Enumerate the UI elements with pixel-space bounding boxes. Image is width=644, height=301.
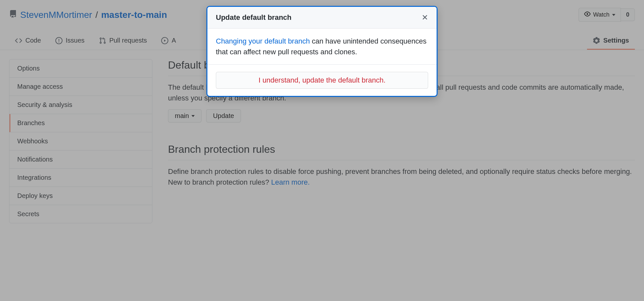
modal-footer: I understand, update the default branch. bbox=[207, 65, 437, 96]
confirm-update-button[interactable]: I understand, update the default branch. bbox=[216, 72, 428, 89]
changing-default-branch-link[interactable]: Changing your default branch bbox=[216, 37, 310, 45]
modal-title: Update default branch bbox=[216, 13, 291, 22]
close-icon: ✕ bbox=[422, 13, 428, 22]
modal-header: Update default branch ✕ bbox=[207, 7, 437, 29]
update-default-branch-modal: Update default branch ✕ Changing your de… bbox=[206, 6, 438, 97]
modal-body: Changing your default branch can have un… bbox=[207, 29, 437, 65]
modal-overlay[interactable]: Update default branch ✕ Changing your de… bbox=[0, 0, 644, 301]
close-button[interactable]: ✕ bbox=[422, 14, 428, 21]
